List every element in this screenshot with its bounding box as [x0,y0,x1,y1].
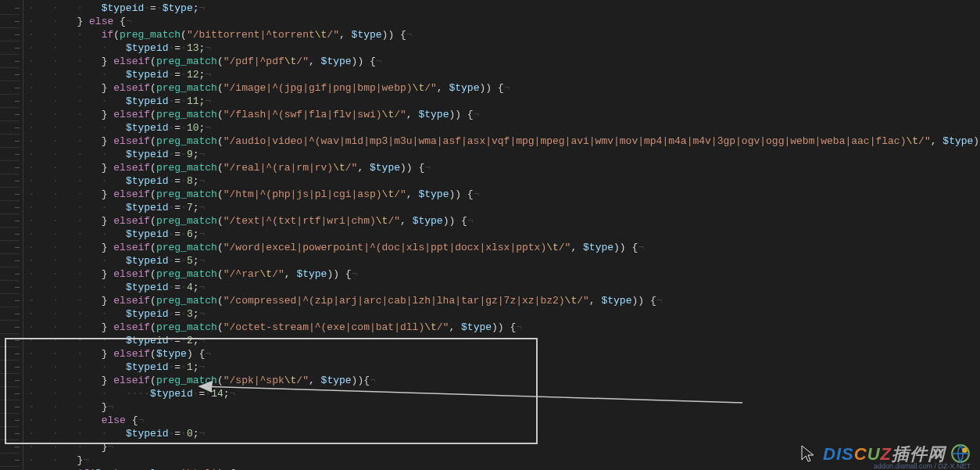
code-line[interactable]: · · · else {¬ [28,414,980,427]
gutter-line: — [0,201,20,214]
code-line[interactable]: · · · · $typeid·=·5;¬ [28,254,980,267]
code-line[interactable]: · · · } elseif(preg_match("/compressed|^… [28,294,980,307]
gutter-line: — [0,254,20,267]
code-line[interactable]: · · · · $typeid·=·2;¬ [28,334,980,347]
code-line[interactable]: · · · · $typeid·=·6;¬ [28,228,980,241]
watermark-text: DISCUZ插件网 [823,447,946,461]
code-line[interactable]: · · · · $typeid·=·7;¬ [28,201,980,214]
gutter-line: — [0,188,20,201]
code-editor[interactable]: ———————————————————————————————————— · ·… [0,0,980,470]
gutter-line: — [0,41,20,55]
code-line[interactable]: · · · } elseif(preg_match("/audio|video|… [28,135,980,148]
gutter-line: — [0,347,20,361]
gutter-line: — [0,95,20,108]
code-line[interactable]: · · · · $typeid·=·3;¬ [28,307,980,321]
code-line[interactable]: · · · $typeid·=·$type;¬ [28,2,980,15]
code-line[interactable]: · · · · $typeid·=·12;¬ [28,68,980,81]
code-line[interactable]: · · · } elseif(preg_match("/spk|^spk\t/"… [28,374,980,387]
code-line[interactable]: · · · } elseif(preg_match("/flash|^(swf|… [28,108,980,121]
gutter-line: — [0,68,20,81]
code-line[interactable]: · · · · $typeid·=·11;¬ [28,95,980,108]
gutter-line: — [0,440,20,454]
gutter-line: — [0,161,20,174]
watermark-sub: addon.dismall.com / DZ-X.NET [874,460,971,470]
gutter-line: — [0,281,20,294]
gutter-line: — [0,174,20,188]
code-area[interactable]: · · · $typeid·=·$type;¬· · } else {¬· · … [28,2,980,470]
gutter-line: — [0,228,20,241]
code-line[interactable]: · · · } elseif(preg_match("/htm|^(php|js… [28,188,980,201]
gutter-line: — [0,148,20,161]
code-line[interactable]: · · · · $typeid·=·10;¬ [28,121,980,135]
code-line[interactable]: · · · · ····$typeid·=·14;¬ [28,387,980,400]
code-line[interactable]: · · · } elseif(preg_match("/word|excel|p… [28,241,980,254]
code-line[interactable]: · · · } elseif(preg_match("/pdf|^pdf\t/"… [28,55,980,68]
gutter-line: — [0,467,20,470]
gutter-line: — [0,321,20,334]
gutter-line: — [0,15,20,28]
gutter-line: — [0,121,20,135]
gutter-line: — [0,307,20,321]
cursor-icon [799,444,818,463]
code-line[interactable]: · · · } elseif(preg_match("/text|^(txt|r… [28,214,980,228]
line-gutter: ———————————————————————————————————— [0,0,23,470]
gutter-line: — [0,387,20,400]
code-line[interactable]: · · · } elseif(preg_match("/image|^(jpg|… [28,81,980,95]
code-line[interactable]: · · · · $typeid·=·13;¬ [28,41,980,55]
gutter-line: — [0,414,20,427]
gutter-line: — [0,241,20,254]
gutter-line: — [0,334,20,347]
gutter-line: — [0,55,20,68]
code-line[interactable]: · · · } elseif($type) {¬ [28,347,980,361]
gutter-line: — [0,28,20,41]
code-line[interactable]: · · · · $typeid·=·9;¬ [28,148,980,161]
gutter-line: — [0,81,20,95]
code-line[interactable]: · · · }¬ [28,400,980,414]
code-line[interactable]: · · } else {¬ [28,15,980,28]
code-line[interactable]: · · if($returnval·==·'html') {¬ [28,467,980,470]
code-line[interactable]: · · · } elseif(preg_match("/real|^(ra|rm… [28,161,980,174]
gutter-line: — [0,135,20,148]
svg-point-2 [962,447,967,453]
code-line[interactable]: · · · · $typeid·=·1;¬ [28,361,980,374]
gutter-line: — [0,2,20,15]
gutter-line: — [0,267,20,281]
gutter-line: — [0,294,20,307]
gutter-line: — [0,361,20,374]
gutter-line: — [0,108,20,121]
code-line[interactable]: · · · if(preg_match("/bittorrent|^torren… [28,28,980,41]
code-line[interactable]: · · · } elseif(preg_match("/octet-stream… [28,321,980,334]
code-line[interactable]: · · · · $typeid·=·8;¬ [28,174,980,188]
gutter-line: — [0,374,20,387]
code-line[interactable]: · · · · $typeid·=·4;¬ [28,281,980,294]
gutter-line: — [0,454,20,467]
gutter-line: — [0,427,20,440]
gutter-line: — [0,400,20,414]
code-line[interactable]: · · · } elseif(preg_match("/^rar\t/", $t… [28,267,980,281]
gutter-line: — [0,214,20,228]
code-line[interactable]: · · · · $typeid·=·0;¬ [28,427,980,440]
